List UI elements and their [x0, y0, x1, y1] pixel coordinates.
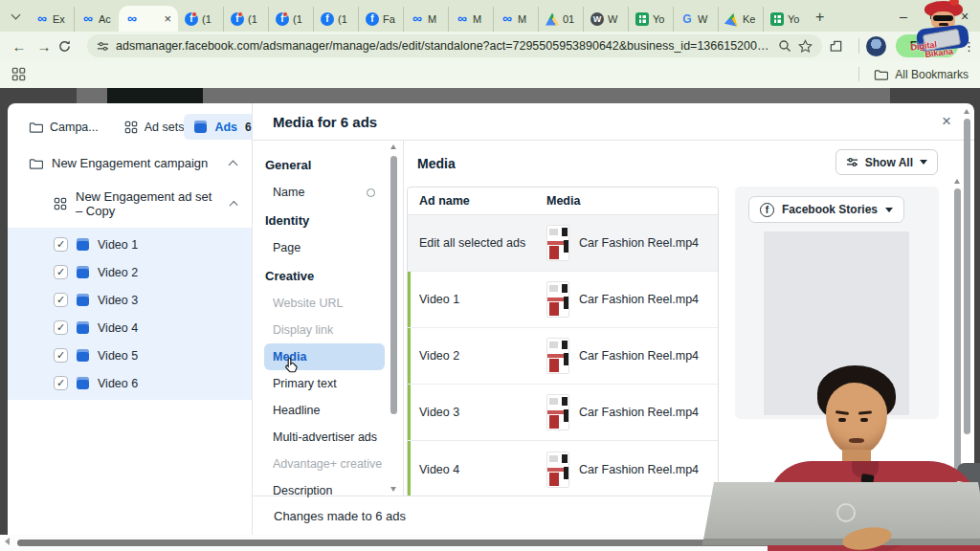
table-row[interactable]: Video 4Car Fashion Reel.mp4 [408, 441, 718, 496]
scrollbar-thumb[interactable] [964, 119, 970, 434]
tab-ad-sets[interactable]: Ad sets [124, 121, 185, 134]
nav-item-advantage-creative[interactable]: Advantage+ creative [264, 451, 385, 477]
browser-tab[interactable]: 01 [538, 7, 583, 32]
notification-dot [237, 11, 243, 17]
nav-item-page[interactable]: Page [264, 234, 385, 261]
url-text[interactable]: adsmanager.facebook.com/adsmanager/manag… [116, 39, 771, 53]
ad-checkbox[interactable]: ✓ [54, 348, 68, 363]
browser-tab[interactable]: fFa [358, 7, 403, 32]
nav-item-display-link[interactable]: Display link [264, 317, 385, 343]
browser-tab[interactable]: ∞M [403, 7, 448, 32]
scroll-left-icon[interactable] [5, 538, 10, 545]
scrollbar-thumb[interactable] [954, 188, 961, 471]
browser-tab[interactable]: Yo [628, 7, 673, 32]
ad-name-cell: Edit all selected ads [408, 236, 546, 250]
browser-tab[interactable]: f(1 [268, 7, 313, 32]
tab-ads-active[interactable]: Ads 6 [184, 114, 253, 140]
tab-title: M [473, 13, 486, 25]
tab-title: Yo [788, 13, 801, 25]
table-row[interactable]: Video 2Car Fashion Reel.mp4 [408, 328, 718, 385]
content-scrollbar[interactable] [953, 179, 962, 492]
new-tab-button[interactable]: + [815, 11, 824, 24]
ad-name-cell: Video 2 [408, 349, 546, 363]
table-row[interactable]: Video 1Car Fashion Reel.mp4 [408, 272, 718, 328]
browser-tab[interactable]: ∞Ac [74, 7, 119, 32]
nav-item-headline[interactable]: Headline [264, 397, 385, 424]
sidebar-ad-row[interactable]: ✓Video 3 [8, 286, 252, 314]
back-icon[interactable]: ← [8, 38, 31, 55]
campaign-tree-panel: Campa... Ad sets Ads 6 New [8, 103, 253, 536]
scroll-up-icon[interactable] [390, 144, 396, 149]
sidebar-ad-row[interactable]: ✓Video 1 [8, 231, 252, 258]
profile-avatar[interactable] [866, 36, 886, 56]
browser-tab[interactable]: f(1 [313, 7, 358, 32]
browser-tab[interactable]: ∞M [493, 7, 538, 32]
adset-row[interactable]: New Engagement ad set – Copy [8, 180, 252, 228]
tab-campaigns[interactable]: Campa... [29, 121, 99, 134]
scroll-up-icon[interactable] [954, 179, 960, 184]
sidebar-ad-row[interactable]: ✓Video 4 [8, 314, 252, 342]
scroll-down-icon[interactable] [390, 487, 396, 492]
modal-close-icon[interactable]: × [942, 112, 951, 131]
browser-tab[interactable]: Yo [763, 7, 808, 32]
ad-icon [77, 294, 89, 306]
ad-checkbox[interactable]: ✓ [54, 293, 68, 307]
ad-checkbox[interactable]: ✓ [54, 265, 68, 279]
site-settings-icon[interactable] [97, 40, 109, 53]
browser-tab[interactable]: ∞Ex [29, 7, 74, 32]
table-row[interactable]: Video 3Car Fashion Reel.mp4 [408, 385, 718, 441]
ad-checkbox[interactable]: ✓ [54, 237, 68, 252]
address-bar[interactable]: adsmanager.facebook.com/adsmanager/manag… [87, 34, 822, 57]
browser-tab[interactable]: WW [583, 7, 628, 32]
forward-icon[interactable]: → [33, 38, 56, 55]
extensions-icon[interactable] [829, 39, 852, 54]
browser-tab[interactable]: f(1 [223, 7, 268, 32]
modal-body: GeneralNameIdentityPageCreativeWebsite U… [253, 141, 974, 496]
sheets-favicon [770, 12, 784, 26]
ad-name: Video 1 [98, 238, 138, 252]
nav-item-label: Page [273, 241, 301, 254]
campaign-row[interactable]: New Engagement campaign [8, 146, 252, 180]
zoom-icon[interactable] [778, 39, 791, 53]
all-bookmarks[interactable]: All Bookmarks [858, 67, 969, 81]
scroll-up-icon[interactable] [964, 109, 969, 114]
tab-title: Fa [383, 13, 396, 25]
tab-title: (1 [338, 13, 351, 25]
browser-tab[interactable]: ∞M [448, 7, 493, 32]
sidebar-ad-row[interactable]: ✓Video 5 [8, 342, 252, 369]
nav-item-label: Identity [265, 213, 309, 228]
nav-item-description[interactable]: Description [264, 477, 385, 504]
bookmark-star-icon[interactable] [798, 39, 813, 54]
tab-close-icon[interactable]: × [164, 11, 171, 26]
ad-checkbox[interactable]: ✓ [54, 320, 68, 335]
nav-item-media[interactable]: Media [264, 343, 385, 370]
table-row[interactable]: Edit all selected adsCar Fashion Reel.mp… [408, 215, 718, 272]
apps-grid-icon[interactable] [11, 67, 26, 81]
media-cell: Car Fashion Reel.mp4 [546, 338, 718, 374]
horizontal-scrollbar-thumb[interactable] [17, 540, 967, 546]
nav-item-primary-text[interactable]: Primary text [264, 370, 385, 397]
sidebar-ad-row[interactable]: ✓Video 6 [8, 369, 252, 397]
nav-item-multi-advertiser-ads[interactable]: Multi-advertiser ads [264, 424, 385, 451]
modal-scrollbar[interactable] [963, 109, 971, 492]
browser-tab[interactable]: f(1 [178, 7, 223, 32]
tab-overflow-chevron-icon[interactable] [7, 8, 24, 25]
collapse-chevron-icon[interactable] [229, 201, 237, 209]
browser-tab[interactable]: ∞× [119, 6, 178, 32]
browser-tab[interactable]: GW [673, 7, 718, 32]
placement-dropdown[interactable]: f Facebook Stories [748, 196, 904, 223]
nav-item-name[interactable]: Name [264, 179, 385, 206]
refresh-icon[interactable] [57, 39, 80, 54]
scrollbar-thumb[interactable] [390, 156, 397, 414]
browser-tabs: ∞Ex∞Ac∞×f(1f(1f(1f(1fFa∞M∞M∞M01WWYoGWKeY… [29, 0, 808, 32]
show-all-button[interactable]: Show All [835, 149, 938, 175]
ad-checkbox[interactable]: ✓ [54, 376, 68, 390]
selected-ads-list: ✓Video 1✓Video 2✓Video 3✓Video 4✓Video 5… [8, 228, 252, 400]
browser-tab[interactable]: Ke [718, 7, 763, 32]
nav-item-website-url[interactable]: Website URL [264, 290, 385, 317]
collapse-chevron-icon[interactable] [229, 160, 238, 169]
sidebar-ad-row[interactable]: ✓Video 2 [8, 258, 252, 286]
ads-count-badge: 6 [245, 121, 252, 134]
channel-watermark: DigitalBikana [905, 0, 980, 63]
nav-scrollbar[interactable] [390, 144, 398, 492]
